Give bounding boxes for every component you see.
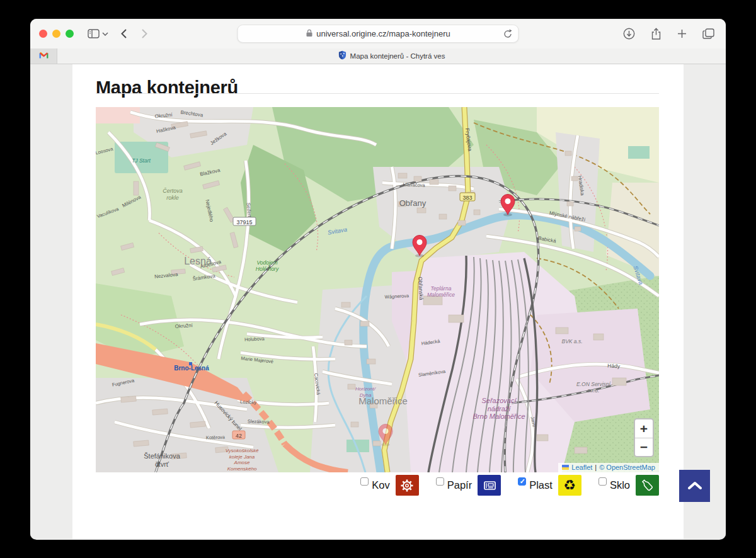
- svg-text:Obřanská: Obřanská: [417, 276, 425, 300]
- recycle-icon: ♻: [558, 475, 581, 496]
- shield-favicon: [338, 50, 346, 62]
- sidebar-chevron-down-icon[interactable]: [102, 32, 108, 36]
- map-label: Obřany: [399, 198, 427, 208]
- fullscreen-window-icon[interactable]: [66, 30, 74, 38]
- map-label: Obřanská: [417, 276, 425, 300]
- traffic-lights: [39, 30, 74, 38]
- svg-text:Holubova: Holubova: [244, 336, 265, 343]
- svg-text:Hlaváčova: Hlaváčova: [403, 181, 425, 188]
- minimize-window-icon[interactable]: [52, 30, 60, 38]
- ukraine-flag-icon: [562, 465, 569, 470]
- svg-text:37915: 37915: [236, 219, 252, 225]
- svg-text:Hády: Hády: [607, 362, 621, 369]
- map-road-badge: 383: [460, 193, 475, 201]
- sidebar-icon[interactable]: [88, 29, 100, 38]
- safari-window: universal.origine.cz/mapa-kontejneru: [30, 19, 726, 540]
- zoom-in-button[interactable]: +: [635, 419, 653, 438]
- tab-title: Mapa kontejnerů - Chytrá ves: [350, 52, 445, 60]
- chevron-up-icon: [687, 481, 702, 492]
- share-icon[interactable]: [651, 28, 662, 40]
- tab-bar: Mapa kontejnerů - Chytrá ves: [30, 48, 726, 64]
- attribution-separator: |: [595, 464, 597, 471]
- kov-checkbox[interactable]: [360, 477, 369, 486]
- map-attribution: Leaflet | © OpenStreetMap: [558, 463, 659, 472]
- map-label: BVK a.s.: [561, 338, 582, 344]
- svg-text:42: 42: [236, 433, 242, 439]
- browser-toolbar: universal.origine.cz/mapa-kontejneru: [30, 19, 726, 48]
- map-label: Kotěrova: [206, 434, 226, 440]
- svg-text:Obřany: Obřany: [399, 198, 427, 208]
- map-zoom-control: + −: [634, 418, 654, 457]
- filter-kov: Kov: [360, 475, 418, 496]
- sklo-label: Sklo: [610, 479, 630, 491]
- map-road-badge: 37915: [233, 217, 256, 225]
- tab-overview-icon[interactable]: [702, 28, 714, 39]
- map-label: Hlaváčova: [403, 181, 425, 188]
- svg-text:TeplárnaMaloměřice: TeplárnaMaloměřice: [427, 285, 455, 298]
- new-tab-icon[interactable]: [677, 29, 687, 38]
- plast-checkbox[interactable]: [518, 477, 526, 486]
- filter-sklo: Sklo: [598, 475, 659, 496]
- filter-papir: Papír: [436, 475, 501, 496]
- leaflet-link[interactable]: Leaflet: [571, 464, 592, 471]
- gmail-favicon: [39, 50, 49, 62]
- page-viewport: Mapa kontejnerů: [30, 64, 726, 539]
- papir-label: Papír: [447, 479, 472, 491]
- bottle-icon: [636, 475, 659, 496]
- back-icon[interactable]: [121, 29, 127, 38]
- svg-text:TJ Start: TJ Start: [132, 157, 151, 164]
- osm-basemap: OkružníBrechtovaHaškovaJežkovaBlažkovaNe…: [96, 107, 659, 472]
- plast-label: Plast: [529, 479, 553, 491]
- map-label: Lesná: [184, 256, 212, 266]
- svg-text:VodojemHolé hory: VodojemHolé hory: [256, 259, 279, 272]
- svg-text:Kotěrova: Kotěrova: [206, 434, 226, 440]
- forward-icon[interactable]: [142, 29, 147, 38]
- filter-plast: Plast ♻: [518, 475, 581, 496]
- svg-text:BVK a.s.: BVK a.s.: [561, 338, 582, 344]
- toolbar-right-icons: [619, 28, 718, 40]
- download-icon[interactable]: [623, 28, 635, 40]
- scroll-to-top-button[interactable]: [679, 470, 710, 502]
- map-label: TeplárnaMaloměřice: [427, 285, 455, 298]
- svg-text:Slezákova: Slezákova: [248, 418, 270, 424]
- svg-text:Lozíbky: Lozíbky: [240, 399, 257, 405]
- osm-link[interactable]: © OpenStreetMap: [599, 464, 655, 471]
- url-text: universal.origine.cz/mapa-kontejneru: [316, 29, 450, 38]
- close-window-icon[interactable]: [39, 30, 47, 38]
- screenshot-stage: universal.origine.cz/mapa-kontejneru: [0, 0, 756, 558]
- map-label: Brno-Lesná: [174, 365, 209, 372]
- zoom-out-button[interactable]: −: [635, 438, 653, 456]
- sklo-checkbox[interactable]: [598, 477, 607, 486]
- page-title: Mapa kontejnerů: [96, 77, 238, 98]
- svg-text:Brno-Lesná: Brno-Lesná: [174, 365, 209, 372]
- map-label: Slezákova: [248, 418, 270, 424]
- svg-text:Lesná: Lesná: [184, 256, 212, 266]
- map-road-badge: 42: [232, 431, 245, 439]
- heading-divider: [96, 93, 659, 94]
- leaflet-map[interactable]: OkružníBrechtovaHaškovaJežkovaBlažkovaNe…: [96, 107, 659, 472]
- map-label: Holubova: [244, 336, 265, 343]
- map-label: TJ Start: [132, 157, 151, 164]
- address-bar[interactable]: universal.origine.cz/mapa-kontejneru: [238, 25, 519, 43]
- kov-label: Kov: [372, 479, 389, 491]
- reload-icon[interactable]: [503, 29, 513, 42]
- newspaper-icon: [478, 475, 501, 496]
- pinned-tab-gmail[interactable]: [30, 48, 57, 64]
- lock-icon: [306, 28, 312, 40]
- map-label: Hády: [607, 362, 621, 369]
- tab-mapa-kontejneru[interactable]: Mapa kontejnerů - Chytrá ves: [57, 48, 726, 64]
- map-label: Lozíbky: [240, 399, 257, 405]
- map-label: VodojemHolé hory: [256, 259, 279, 272]
- papir-checkbox[interactable]: [436, 477, 444, 486]
- svg-text:383: 383: [462, 195, 472, 201]
- container-filters: Kov: [96, 475, 659, 496]
- gear-icon: [396, 475, 419, 496]
